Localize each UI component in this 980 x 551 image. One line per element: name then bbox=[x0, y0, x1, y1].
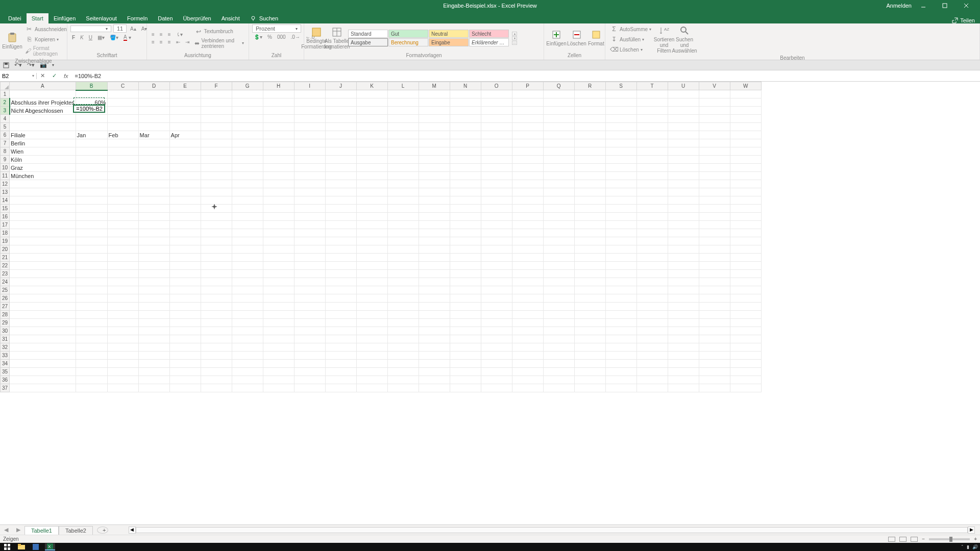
cell-H34[interactable] bbox=[263, 360, 294, 368]
cell-C31[interactable] bbox=[107, 335, 138, 343]
cell-M15[interactable] bbox=[419, 205, 450, 213]
cell-H16[interactable] bbox=[263, 213, 294, 221]
cell-U3[interactable] bbox=[668, 107, 699, 115]
wrap-text-button[interactable]: ↩ Textumbruch bbox=[193, 27, 246, 36]
cell-W10[interactable] bbox=[730, 164, 761, 172]
cell-V4[interactable] bbox=[699, 115, 730, 123]
cell-W33[interactable] bbox=[730, 352, 761, 360]
cell-F33[interactable] bbox=[201, 352, 232, 360]
cell-U6[interactable] bbox=[668, 131, 699, 139]
cell-L4[interactable] bbox=[387, 115, 419, 123]
cell-G1[interactable] bbox=[232, 90, 263, 98]
cell-N30[interactable] bbox=[450, 327, 481, 335]
cell-M6[interactable] bbox=[419, 131, 450, 139]
col-header[interactable]: M bbox=[419, 82, 450, 90]
row-header[interactable]: 31 bbox=[1, 335, 10, 343]
zoom-slider[interactable] bbox=[929, 538, 970, 540]
cell-U23[interactable] bbox=[668, 270, 699, 278]
cell-Q17[interactable] bbox=[543, 221, 574, 229]
cell-T11[interactable] bbox=[636, 172, 668, 180]
cell-H28[interactable] bbox=[263, 311, 294, 319]
cell-B32[interactable] bbox=[76, 343, 107, 352]
cell-G35[interactable] bbox=[232, 368, 263, 376]
cell-W7[interactable] bbox=[730, 139, 761, 147]
file-explorer-button[interactable] bbox=[16, 543, 27, 550]
cell-G26[interactable] bbox=[232, 294, 263, 303]
style-gut[interactable]: Gut bbox=[388, 30, 428, 38]
cell-U26[interactable] bbox=[668, 294, 699, 303]
styles-expander[interactable]: ▴▾⋯ bbox=[511, 32, 518, 45]
cell-N2[interactable] bbox=[450, 98, 481, 107]
view-layout-button[interactable] bbox=[899, 537, 906, 542]
cell-A36[interactable] bbox=[10, 376, 76, 384]
cell-U19[interactable] bbox=[668, 237, 699, 245]
cell-U33[interactable] bbox=[668, 352, 699, 360]
cell-B7[interactable] bbox=[76, 139, 107, 147]
col-header[interactable]: C bbox=[107, 82, 138, 90]
cell-I2[interactable] bbox=[294, 98, 325, 107]
cell-J8[interactable] bbox=[325, 147, 356, 156]
row-header[interactable]: 34 bbox=[1, 360, 10, 368]
cell-C16[interactable] bbox=[107, 213, 138, 221]
cell-W35[interactable] bbox=[730, 368, 761, 376]
cell-O37[interactable] bbox=[481, 384, 512, 392]
cell-C8[interactable] bbox=[107, 147, 138, 156]
cell-D18[interactable] bbox=[138, 229, 169, 237]
cell-A29[interactable] bbox=[10, 319, 76, 327]
cell-V32[interactable] bbox=[699, 343, 730, 352]
cell-U10[interactable] bbox=[668, 164, 699, 172]
cell-R36[interactable] bbox=[574, 376, 605, 384]
cell-G33[interactable] bbox=[232, 352, 263, 360]
cell-D21[interactable] bbox=[138, 254, 169, 262]
cell-P14[interactable] bbox=[512, 196, 543, 205]
style-neutral[interactable]: Neutral bbox=[429, 30, 469, 38]
cell-U1[interactable] bbox=[668, 90, 699, 98]
cell-S5[interactable] bbox=[605, 123, 636, 131]
cell-V31[interactable] bbox=[699, 335, 730, 343]
cell-L7[interactable] bbox=[387, 139, 419, 147]
cell-L28[interactable] bbox=[387, 311, 419, 319]
cell-O27[interactable] bbox=[481, 303, 512, 311]
cell-B14[interactable] bbox=[76, 196, 107, 205]
cell-J18[interactable] bbox=[325, 229, 356, 237]
cell-C20[interactable] bbox=[107, 245, 138, 254]
number-format-box[interactable]: Prozent▾ bbox=[252, 24, 301, 33]
cell-A26[interactable] bbox=[10, 294, 76, 303]
autosum-button[interactable]: ΣAutoSumme▾ bbox=[608, 24, 653, 34]
cell-P32[interactable] bbox=[512, 343, 543, 352]
cell-O5[interactable] bbox=[481, 123, 512, 131]
cell-A10[interactable]: Graz bbox=[10, 164, 76, 172]
cell-O33[interactable] bbox=[481, 352, 512, 360]
cell-D9[interactable] bbox=[138, 156, 169, 164]
view-normal-button[interactable] bbox=[888, 537, 895, 542]
col-header[interactable]: J bbox=[325, 82, 356, 90]
cell-P9[interactable] bbox=[512, 156, 543, 164]
cell-U27[interactable] bbox=[668, 303, 699, 311]
cell-L10[interactable] bbox=[387, 164, 419, 172]
cell-A2[interactable]: Abschluss ihrer Projektes bbox=[10, 98, 76, 107]
cell-E1[interactable] bbox=[169, 90, 201, 98]
indent-decrease-button[interactable]: ⇤ bbox=[175, 39, 182, 45]
cell-Q22[interactable] bbox=[543, 262, 574, 270]
cell-G31[interactable] bbox=[232, 335, 263, 343]
cell-Q14[interactable] bbox=[543, 196, 574, 205]
cell-E20[interactable] bbox=[169, 245, 201, 254]
cell-D28[interactable] bbox=[138, 311, 169, 319]
cell-C35[interactable] bbox=[107, 368, 138, 376]
paste-button[interactable]: Einfügen bbox=[3, 33, 21, 49]
cell-C15[interactable] bbox=[107, 205, 138, 213]
cell-N29[interactable] bbox=[450, 319, 481, 327]
cell-C7[interactable] bbox=[107, 139, 138, 147]
cell-P24[interactable] bbox=[512, 278, 543, 286]
cell-G19[interactable] bbox=[232, 237, 263, 245]
cell-E27[interactable] bbox=[169, 303, 201, 311]
align-left-button[interactable]: ≡ bbox=[150, 39, 156, 45]
cell-P10[interactable] bbox=[512, 164, 543, 172]
cell-J1[interactable] bbox=[325, 90, 356, 98]
cell-H7[interactable] bbox=[263, 139, 294, 147]
cell-O24[interactable] bbox=[481, 278, 512, 286]
cell-J5[interactable] bbox=[325, 123, 356, 131]
cell-B29[interactable] bbox=[76, 319, 107, 327]
cell-M7[interactable] bbox=[419, 139, 450, 147]
cell-R8[interactable] bbox=[574, 147, 605, 156]
